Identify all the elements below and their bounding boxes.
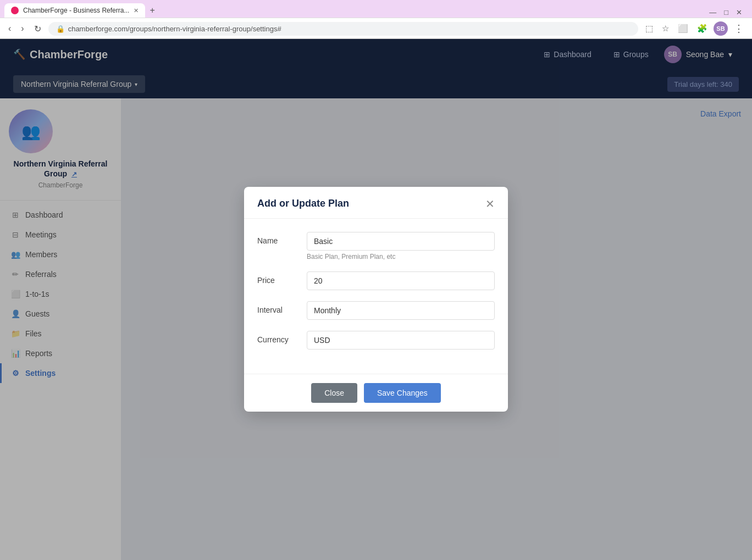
forward-button[interactable]: › bbox=[18, 23, 26, 35]
interval-field-wrapper bbox=[307, 301, 495, 320]
extensions-puzzle-btn[interactable]: 🧩 bbox=[694, 23, 710, 35]
price-label: Price bbox=[257, 271, 307, 285]
name-hint: Basic Plan, Premium Plan, etc bbox=[307, 253, 495, 260]
reload-button[interactable]: ↻ bbox=[31, 23, 44, 35]
modal-overlay: Add or Update Plan ✕ Name Basic Plan, Pr… bbox=[0, 38, 752, 560]
name-input[interactable] bbox=[307, 232, 495, 251]
tab-favicon bbox=[11, 7, 19, 14]
window-maximize-btn[interactable]: □ bbox=[721, 7, 732, 18]
close-button[interactable]: Close bbox=[311, 383, 357, 403]
modal-header: Add or Update Plan ✕ bbox=[244, 187, 508, 219]
new-tab-button[interactable]: + bbox=[145, 3, 159, 18]
name-field-wrapper: Basic Plan, Premium Plan, etc bbox=[307, 232, 495, 260]
window-close-btn[interactable]: ✕ bbox=[733, 7, 745, 18]
interval-input[interactable] bbox=[307, 301, 495, 320]
modal-body: Name Basic Plan, Premium Plan, etc Price… bbox=[244, 219, 508, 374]
modal-close-button[interactable]: ✕ bbox=[485, 198, 495, 209]
browser-toolbar: ‹ › ↻ 🔒 chamberforge.com/groups/northern… bbox=[0, 18, 752, 39]
currency-label: Currency bbox=[257, 331, 307, 344]
menu-btn[interactable]: ⋮ bbox=[731, 21, 747, 36]
back-button[interactable]: ‹ bbox=[5, 23, 14, 35]
browser-tab[interactable]: ChamberForge - Business Referra... ✕ bbox=[4, 3, 145, 18]
address-bar[interactable]: 🔒 chamberforge.com/groups/northern-virgi… bbox=[48, 22, 638, 36]
price-input[interactable] bbox=[307, 271, 495, 290]
tab-search-btn[interactable]: ⬜ bbox=[675, 23, 691, 35]
window-minimize-btn[interactable]: — bbox=[706, 7, 720, 18]
interval-label: Interval bbox=[257, 301, 307, 314]
currency-field-wrapper bbox=[307, 331, 495, 350]
name-form-group: Name Basic Plan, Premium Plan, etc bbox=[257, 232, 495, 260]
user-avatar-browser[interactable]: SB bbox=[714, 21, 728, 36]
address-text: chamberforge.com/groups/northern-virgini… bbox=[68, 25, 281, 33]
price-field-wrapper bbox=[307, 271, 495, 290]
bookmark-btn[interactable]: ☆ bbox=[659, 23, 672, 35]
lock-icon: 🔒 bbox=[56, 25, 65, 33]
tab-close-btn[interactable]: ✕ bbox=[134, 7, 139, 14]
price-form-group: Price bbox=[257, 271, 495, 290]
extensions-btn[interactable]: ⬚ bbox=[643, 23, 656, 35]
currency-input[interactable] bbox=[307, 331, 495, 350]
add-update-plan-modal: Add or Update Plan ✕ Name Basic Plan, Pr… bbox=[244, 187, 508, 412]
interval-form-group: Interval bbox=[257, 301, 495, 320]
currency-form-group: Currency bbox=[257, 331, 495, 350]
modal-title: Add or Update Plan bbox=[257, 198, 349, 209]
tab-title: ChamberForge - Business Referra... bbox=[23, 7, 129, 14]
save-changes-button[interactable]: Save Changes bbox=[364, 383, 441, 403]
modal-footer: Close Save Changes bbox=[244, 374, 508, 412]
name-label: Name bbox=[257, 232, 307, 245]
